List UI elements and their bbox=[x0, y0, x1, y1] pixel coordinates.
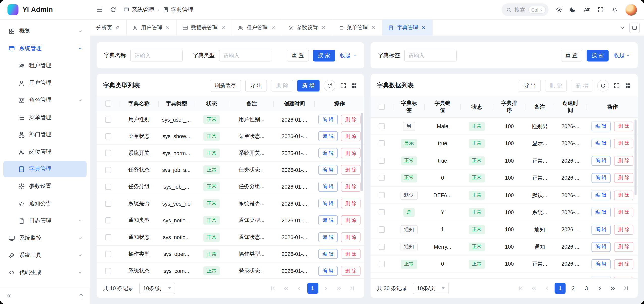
breadcrumb-item[interactable]: 系统管理 bbox=[123, 6, 154, 13]
edit-button[interactable]: 编 辑 bbox=[318, 182, 338, 192]
delete-button[interactable]: 删 除 bbox=[341, 249, 360, 259]
row-checkbox[interactable] bbox=[379, 140, 385, 146]
sidebar-item[interactable]: 用户管理 bbox=[3, 75, 87, 91]
row-checkbox[interactable] bbox=[379, 192, 385, 198]
language-icon[interactable] bbox=[583, 6, 590, 13]
tab-item[interactable]: 数据表管理 bbox=[177, 20, 232, 36]
close-tab-icon[interactable] bbox=[165, 25, 170, 30]
collapse-sidebar-icon[interactable] bbox=[6, 293, 12, 299]
edit-button[interactable]: 编 辑 bbox=[591, 121, 611, 131]
delete-button[interactable]: 删 除 bbox=[614, 242, 633, 252]
delete-button[interactable]: 删 除 bbox=[614, 138, 633, 148]
tab-item[interactable]: 菜单管理 bbox=[332, 20, 382, 36]
tab-item[interactable]: 租户管理 bbox=[232, 20, 282, 36]
last-page-button[interactable] bbox=[620, 283, 631, 294]
delete-button[interactable]: 删 除 bbox=[341, 165, 360, 175]
sidebar-item[interactable]: 系统工具 bbox=[3, 247, 87, 263]
page-number-button[interactable]: 1 bbox=[307, 283, 318, 294]
collapse-filters-link[interactable]: 收起 bbox=[340, 52, 357, 59]
row-checkbox[interactable] bbox=[105, 150, 111, 156]
sidebar-item[interactable]: 代码生成 bbox=[3, 264, 87, 281]
refresh-page-icon[interactable] bbox=[110, 6, 117, 13]
row-checkbox[interactable] bbox=[379, 123, 385, 129]
row-checkbox[interactable] bbox=[379, 244, 385, 250]
edit-button[interactable]: 编 辑 bbox=[591, 225, 611, 235]
sidebar-item[interactable]: 角色管理 bbox=[3, 92, 87, 108]
tabs-dropdown-icon[interactable] bbox=[619, 25, 625, 31]
delete-button[interactable]: 删 除 bbox=[341, 199, 360, 208]
reset-button[interactable]: 重 置 bbox=[561, 49, 582, 61]
delete-button[interactable]: 删 除 bbox=[341, 182, 360, 192]
pin-sidebar-icon[interactable] bbox=[78, 293, 84, 299]
jump-forward-button[interactable] bbox=[607, 283, 618, 294]
page-number-button[interactable]: 1 bbox=[555, 283, 566, 294]
tab-item[interactable]: 分析页 bbox=[90, 20, 126, 36]
delete-button[interactable]: 删 除 bbox=[614, 156, 633, 166]
select-all-checkbox[interactable] bbox=[105, 100, 111, 106]
delete-button[interactable]: 删 除 bbox=[341, 215, 360, 225]
edit-button[interactable]: 编 辑 bbox=[318, 115, 338, 124]
edit-button[interactable]: 编 辑 bbox=[318, 215, 338, 225]
delete-button[interactable]: 删 除 bbox=[614, 207, 633, 217]
hamburger-menu-icon[interactable] bbox=[96, 6, 103, 13]
row-checkbox[interactable] bbox=[379, 175, 385, 181]
delete-button[interactable]: 删 除 bbox=[614, 276, 633, 278]
pin-icon[interactable] bbox=[114, 24, 121, 31]
page-number-button[interactable]: 2 bbox=[568, 283, 579, 294]
row-checkbox[interactable] bbox=[105, 251, 111, 257]
delete-button[interactable]: 删 除 bbox=[341, 131, 360, 141]
select-all-checkbox[interactable] bbox=[379, 104, 385, 110]
edit-button[interactable]: 编 辑 bbox=[591, 276, 611, 278]
sidebar-item[interactable]: 参数设置 bbox=[3, 178, 87, 195]
edit-button[interactable]: 编 辑 bbox=[591, 156, 611, 166]
delete-button[interactable]: 删 除 bbox=[614, 173, 633, 183]
sidebar-item[interactable]: 租户管理 bbox=[3, 57, 87, 74]
close-tab-icon[interactable] bbox=[371, 25, 376, 30]
edit-button[interactable]: 编 辑 bbox=[591, 173, 611, 183]
delete-button[interactable]: 删 除 bbox=[341, 115, 360, 124]
edit-button[interactable]: 编 辑 bbox=[591, 190, 611, 200]
sidebar-item[interactable]: 概览 bbox=[3, 23, 87, 39]
reload-table-button[interactable] bbox=[323, 79, 335, 91]
fullscreen-table-button[interactable] bbox=[340, 82, 347, 89]
sidebar-item[interactable]: 系统监控 bbox=[3, 230, 87, 246]
search-button[interactable]: 搜 索 bbox=[313, 49, 335, 61]
fullscreen-table-button[interactable] bbox=[613, 82, 620, 89]
sidebar-item[interactable]: 日志管理 bbox=[3, 212, 87, 229]
delete-button[interactable]: 删 除 bbox=[341, 232, 360, 242]
notifications-bell-icon[interactable] bbox=[611, 6, 618, 13]
sidebar-item[interactable]: 通知公告 bbox=[3, 195, 87, 212]
export-button[interactable]: 导 出 bbox=[245, 79, 267, 91]
delete-button[interactable]: 删 除 bbox=[341, 148, 360, 158]
tabs-layout-button[interactable] bbox=[629, 22, 640, 33]
tab-item[interactable]: 用户管理 bbox=[127, 20, 177, 36]
close-tab-icon[interactable] bbox=[421, 25, 426, 30]
column-settings-button[interactable] bbox=[624, 82, 631, 89]
row-checkbox[interactable] bbox=[105, 200, 111, 206]
row-checkbox[interactable] bbox=[379, 261, 385, 267]
edit-button[interactable]: 编 辑 bbox=[591, 138, 611, 148]
reload-table-button[interactable] bbox=[597, 79, 609, 91]
edit-button[interactable]: 编 辑 bbox=[318, 266, 338, 276]
close-tab-icon[interactable] bbox=[271, 25, 276, 30]
page-size-select[interactable]: 10条/页 bbox=[139, 282, 175, 294]
user-avatar[interactable] bbox=[625, 4, 637, 16]
sidebar-item[interactable]: 部门管理 bbox=[3, 126, 87, 143]
delete-button[interactable]: 删 除 bbox=[614, 225, 633, 235]
search-button[interactable]: 搜 索 bbox=[587, 49, 608, 61]
row-checkbox[interactable] bbox=[105, 217, 111, 223]
edit-button[interactable]: 编 辑 bbox=[591, 242, 611, 252]
sidebar-item[interactable]: 系统管理 bbox=[3, 40, 87, 57]
refresh-cache-button[interactable]: 刷新缓存 bbox=[210, 79, 241, 91]
row-checkbox[interactable] bbox=[105, 133, 111, 139]
global-search[interactable]: 搜索 Ctrl K bbox=[501, 3, 549, 16]
close-tab-icon[interactable] bbox=[321, 25, 326, 30]
sidebar-item[interactable]: 菜单管理 bbox=[3, 109, 87, 126]
sidebar-item[interactable]: 岗位管理 bbox=[3, 144, 87, 160]
edit-button[interactable]: 编 辑 bbox=[318, 199, 338, 208]
row-checkbox[interactable] bbox=[105, 116, 111, 122]
sidebar-item[interactable]: 字典管理 bbox=[3, 161, 87, 177]
column-settings-button[interactable] bbox=[351, 82, 358, 89]
page-size-select[interactable]: 10条/页 bbox=[413, 282, 449, 294]
row-checkbox[interactable] bbox=[105, 234, 111, 240]
